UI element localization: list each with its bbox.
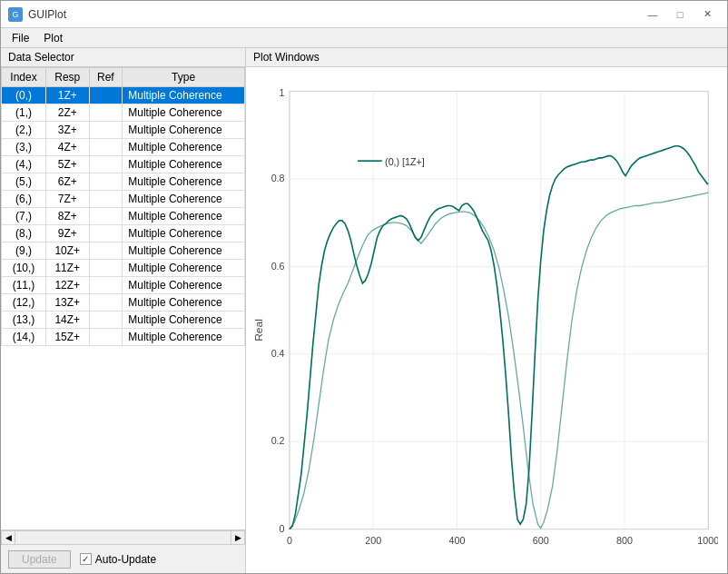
close-button[interactable]: ✕	[694, 5, 720, 24]
cell-type: Multiple Coherence	[123, 225, 245, 242]
table-row[interactable]: (4,)5Z+Multiple Coherence	[2, 156, 245, 173]
scroll-area[interactable]: Index Resp Ref Type (0,)1Z+Multiple Cohe…	[1, 67, 245, 508]
col-header-index: Index	[2, 68, 46, 87]
cell-ref	[89, 294, 123, 312]
svg-text:1: 1	[280, 87, 285, 98]
table-row[interactable]: (9,)10Z+Multiple Coherence	[2, 242, 245, 260]
table-row[interactable]: (13,)14Z+Multiple Coherence	[2, 312, 245, 329]
cell-type: Multiple Coherence	[123, 191, 245, 208]
col-header-resp: Resp	[46, 68, 89, 87]
svg-text:200: 200	[365, 535, 381, 546]
cell-index: (8,)	[2, 225, 46, 242]
svg-text:800: 800	[616, 535, 633, 546]
cell-ref	[89, 329, 123, 346]
cell-ref	[89, 139, 123, 156]
cell-resp: 9Z+	[46, 225, 89, 242]
auto-update-checkbox[interactable]: ✓	[80, 553, 92, 565]
cell-type: Multiple Coherence	[123, 122, 245, 139]
table-row[interactable]: (0,)1Z+Multiple Coherence	[2, 87, 245, 104]
cell-resp: 13Z+	[46, 294, 89, 312]
svg-text:0.2: 0.2	[271, 435, 285, 446]
table-row[interactable]: (1,)2Z+Multiple Coherence	[2, 104, 245, 122]
svg-text:600: 600	[533, 535, 549, 546]
cell-resp: 10Z+	[46, 242, 89, 260]
cell-resp: 5Z+	[46, 156, 89, 173]
cell-index: (3,)	[2, 139, 46, 156]
cell-ref	[89, 104, 123, 122]
cell-index: (13,)	[2, 312, 46, 329]
cell-index: (12,)	[2, 294, 46, 312]
cell-ref	[89, 87, 123, 104]
table-row[interactable]: (2,)3Z+Multiple Coherence	[2, 122, 245, 139]
cell-type: Multiple Coherence	[123, 260, 245, 277]
chart-wrapper: Real	[251, 76, 718, 564]
table-row[interactable]: (3,)4Z+Multiple Coherence	[2, 139, 245, 156]
main-content: Data Selector Index Resp Ref Type	[1, 48, 727, 573]
table-row[interactable]: (10,)11Z+Multiple Coherence	[2, 260, 245, 277]
table-container: Index Resp Ref Type (0,)1Z+Multiple Cohe…	[1, 67, 245, 529]
cell-type: Multiple Coherence	[123, 277, 245, 294]
svg-text:1000: 1000	[697, 535, 718, 546]
plot-area: Real	[246, 67, 727, 573]
cell-ref	[89, 156, 123, 173]
cell-type: Multiple Coherence	[123, 329, 245, 346]
auto-update-label[interactable]: ✓ Auto-Update	[80, 553, 156, 566]
cell-type: Multiple Coherence	[123, 156, 245, 173]
svg-rect-1	[290, 91, 708, 529]
cell-index: (7,)	[2, 208, 46, 225]
chart-svg: Real	[251, 76, 718, 564]
cell-index: (2,)	[2, 122, 46, 139]
cell-type: Multiple Coherence	[123, 87, 245, 104]
scroll-left-button[interactable]: ◀	[1, 530, 15, 545]
menu-plot[interactable]: Plot	[36, 30, 70, 46]
cell-resp: 4Z+	[46, 139, 89, 156]
cell-type: Multiple Coherence	[123, 312, 245, 329]
cell-index: (4,)	[2, 156, 46, 173]
svg-text:0.8: 0.8	[271, 173, 285, 183]
cell-index: (11,)	[2, 277, 46, 294]
plot-windows-label: Plot Windows	[246, 48, 727, 67]
cell-type: Multiple Coherence	[123, 173, 245, 191]
cell-type: Multiple Coherence	[123, 139, 245, 156]
cell-resp: 6Z+	[46, 173, 89, 191]
scroll-right-button[interactable]: ▶	[231, 530, 245, 545]
svg-text:0.6: 0.6	[271, 261, 285, 272]
svg-text:400: 400	[449, 535, 466, 546]
table-row[interactable]: (14,)15Z+Multiple Coherence	[2, 329, 245, 346]
col-header-type: Type	[123, 68, 245, 87]
horizontal-scrollbar[interactable]: ◀ ▶	[1, 529, 245, 544]
menu-file[interactable]: File	[5, 30, 36, 46]
cell-ref	[89, 191, 123, 208]
cell-type: Multiple Coherence	[123, 104, 245, 122]
cell-index: (0,)	[2, 87, 46, 104]
cell-index: (10,)	[2, 260, 46, 277]
table-row[interactable]: (8,)9Z+Multiple Coherence	[2, 225, 245, 242]
table-row[interactable]: (7,)8Z+Multiple Coherence	[2, 208, 245, 225]
left-panel: Data Selector Index Resp Ref Type	[1, 48, 246, 573]
col-header-ref: Ref	[89, 68, 123, 87]
cell-ref	[89, 312, 123, 329]
cell-ref	[89, 173, 123, 191]
maximize-button[interactable]: □	[667, 5, 693, 24]
table-row[interactable]: (6,)7Z+Multiple Coherence	[2, 191, 245, 208]
scroll-track[interactable]	[15, 530, 231, 545]
cell-ref	[89, 242, 123, 260]
svg-text:(0,) [1Z+]: (0,) [1Z+]	[385, 155, 425, 166]
cell-ref	[89, 260, 123, 277]
cell-ref	[89, 225, 123, 242]
cell-resp: 11Z+	[46, 260, 89, 277]
minimize-button[interactable]: —	[640, 5, 665, 24]
table-row[interactable]: (12,)13Z+Multiple Coherence	[2, 294, 245, 312]
cell-resp: 2Z+	[46, 104, 89, 122]
right-panel: Plot Windows Real	[246, 48, 727, 573]
main-window: G GUIPlot — □ ✕ File Plot Data Selector …	[0, 0, 728, 574]
table-row[interactable]: (11,)12Z+Multiple Coherence	[2, 277, 245, 294]
svg-text:0: 0	[280, 523, 285, 534]
update-button[interactable]: Update	[8, 550, 71, 569]
cell-index: (1,)	[2, 104, 46, 122]
cell-resp: 12Z+	[46, 277, 89, 294]
table-row[interactable]: (5,)6Z+Multiple Coherence	[2, 173, 245, 191]
cell-resp: 15Z+	[46, 329, 89, 346]
menu-bar: File Plot	[1, 28, 727, 48]
svg-text:0: 0	[287, 535, 292, 546]
